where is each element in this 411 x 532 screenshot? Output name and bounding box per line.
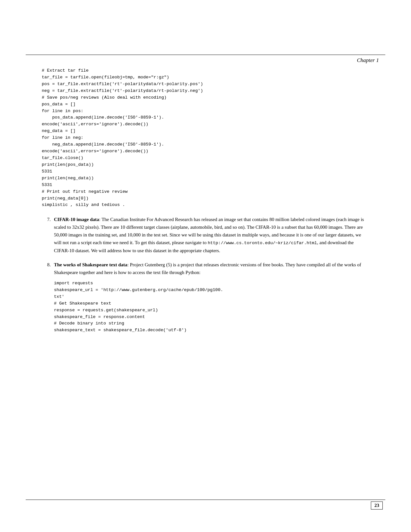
page: Chapter 1 # Extract tar file tar_file = … bbox=[0, 0, 411, 532]
top-rule bbox=[26, 55, 385, 55]
code-block-shakespeare: import requests shakespeare_url = 'http:… bbox=[54, 280, 369, 334]
list-item-8-bold: The works of Shakespeare text data bbox=[54, 262, 127, 267]
chapter-header: Chapter 1 bbox=[357, 57, 379, 64]
page-number: 23 bbox=[371, 501, 383, 510]
list-content-7: CIFAR-10 image data: The Canadian Instit… bbox=[54, 216, 369, 254]
code-block-top: # Extract tar file tar_file = tarfile.op… bbox=[42, 67, 369, 208]
cifar-url: http://www.cs.toronto.edu/~kriz/cifar.ht… bbox=[208, 241, 317, 245]
list-item-7-bold: CIFAR-10 image data bbox=[54, 217, 99, 222]
bottom-rule bbox=[26, 500, 385, 500]
list-number-8: 8. bbox=[42, 261, 54, 334]
list-item-7: 7. CIFAR-10 image data: The Canadian Ins… bbox=[42, 216, 369, 254]
list-item-8: 8. The works of Shakespeare text data: P… bbox=[42, 261, 369, 334]
list-number-7: 7. bbox=[42, 216, 54, 254]
list-content-8: The works of Shakespeare text data: Proj… bbox=[54, 261, 369, 334]
main-content: # Extract tar file tar_file = tarfile.op… bbox=[42, 67, 369, 484]
